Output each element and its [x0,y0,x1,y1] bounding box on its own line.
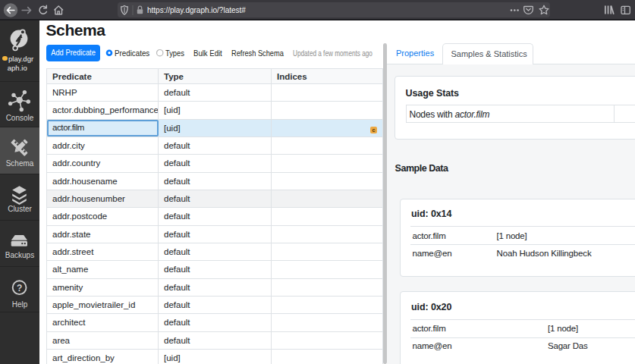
svg-text:?: ? [17,283,22,293]
